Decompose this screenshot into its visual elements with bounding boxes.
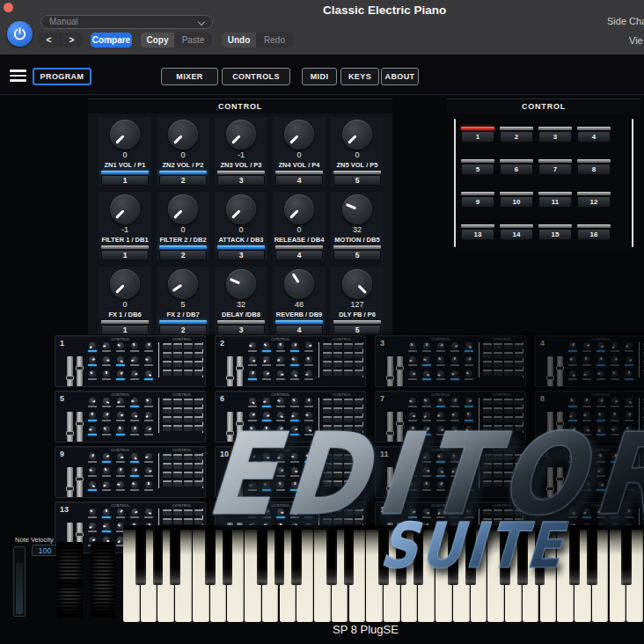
mini-button[interactable] [173, 425, 182, 431]
mini-button[interactable] [163, 352, 172, 358]
mini-knob[interactable] [451, 370, 458, 377]
preset-dropdown[interactable]: Manual [40, 15, 213, 29]
control-button[interactable]: 15 [538, 229, 572, 240]
mini-knob[interactable] [89, 523, 96, 530]
knob-assign-button[interactable]: 4 [275, 325, 323, 335]
mini-button[interactable] [173, 518, 182, 524]
mini-knob[interactable] [249, 398, 256, 405]
copy-button[interactable]: Copy [141, 33, 174, 48]
knob[interactable] [342, 269, 372, 299]
mini-knob[interactable] [263, 370, 270, 377]
knob-assign-button[interactable]: 2 [159, 325, 207, 335]
mini-button[interactable] [184, 518, 193, 524]
mini-knob[interactable] [451, 356, 458, 363]
mini-button[interactable] [344, 399, 353, 405]
mini-button[interactable] [494, 361, 502, 367]
mini-button[interactable] [184, 509, 193, 516]
knob-assign-button[interactable]: 5 [333, 250, 381, 260]
mini-knob[interactable] [465, 342, 472, 349]
knob[interactable] [110, 194, 140, 224]
mini-knob[interactable] [145, 467, 152, 474]
mini-button[interactable] [515, 352, 523, 358]
mini-button[interactable] [483, 361, 492, 367]
mini-button[interactable] [323, 352, 332, 358]
mini-knob[interactable] [611, 398, 618, 405]
mini-button[interactable] [184, 472, 193, 478]
mini-button[interactable] [483, 352, 492, 358]
next-preset-button[interactable]: > [61, 33, 83, 48]
mini-knob[interactable] [583, 398, 590, 405]
mini-button[interactable] [355, 352, 363, 358]
mini-button[interactable] [483, 399, 492, 405]
mini-knob[interactable] [249, 370, 256, 377]
menu-icon[interactable] [10, 70, 26, 84]
mini-program-panel[interactable]: 9CONTROLCONTROL [55, 446, 206, 498]
mini-fader[interactable] [77, 356, 83, 386]
mini-button[interactable] [163, 370, 172, 376]
mini-knob[interactable] [437, 398, 444, 405]
mini-button[interactable] [194, 518, 203, 524]
control-button[interactable]: 6 [500, 164, 533, 175]
mini-fader[interactable] [77, 467, 83, 497]
mini-knob[interactable] [145, 509, 152, 516]
mini-knob[interactable] [131, 412, 138, 419]
mini-knob[interactable] [103, 370, 110, 377]
mini-knob[interactable] [597, 370, 604, 377]
mini-button[interactable] [194, 472, 203, 478]
mini-fader[interactable] [397, 356, 403, 386]
mini-knob[interactable] [263, 356, 270, 363]
mini-knob[interactable] [626, 370, 633, 377]
mini-knob[interactable] [131, 342, 138, 349]
mini-button[interactable] [494, 352, 502, 358]
mini-knob[interactable] [451, 342, 458, 349]
mini-knob[interactable] [611, 342, 618, 349]
mini-button[interactable] [323, 370, 332, 376]
mini-button[interactable] [173, 370, 182, 376]
mini-button[interactable] [333, 399, 342, 405]
prev-preset-button[interactable]: < [38, 33, 60, 48]
mini-knob[interactable] [569, 342, 576, 349]
mini-knob[interactable] [626, 398, 633, 405]
mini-button[interactable] [163, 509, 172, 516]
mini-knob[interactable] [103, 453, 110, 460]
knob-assign-button[interactable]: 3 [217, 325, 265, 335]
mini-knob[interactable] [597, 398, 604, 405]
control-button[interactable]: 5 [461, 164, 494, 175]
mini-button[interactable] [194, 343, 203, 349]
mini-button[interactable] [515, 361, 523, 367]
mini-button[interactable] [483, 370, 492, 376]
mini-button[interactable] [173, 361, 182, 367]
mini-knob[interactable] [291, 356, 298, 363]
mini-knob[interactable] [626, 342, 633, 349]
tab-about[interactable]: ABOUT [381, 68, 419, 85]
knob[interactable] [284, 120, 314, 150]
mini-knob[interactable] [89, 453, 96, 460]
window-close-button[interactable] [4, 3, 13, 12]
mini-knob[interactable] [89, 398, 96, 405]
mini-button[interactable] [194, 480, 203, 487]
mini-button[interactable] [344, 352, 353, 358]
mini-knob[interactable] [131, 426, 138, 433]
mini-knob[interactable] [145, 412, 152, 419]
mini-button[interactable] [323, 343, 332, 349]
knob[interactable] [168, 120, 198, 150]
mini-knob[interactable] [263, 398, 270, 405]
mini-knob[interactable] [423, 356, 430, 363]
mini-program-panel[interactable]: 3CONTROLCONTROL [375, 335, 526, 387]
mini-button[interactable] [194, 399, 203, 405]
control-button[interactable]: 16 [577, 229, 611, 240]
mini-knob[interactable] [103, 509, 110, 516]
mini-fader[interactable] [227, 356, 233, 386]
control-button[interactable]: 3 [538, 131, 572, 143]
mini-button[interactable] [504, 343, 513, 349]
mini-knob[interactable] [145, 453, 152, 460]
control-button[interactable]: 13 [461, 229, 494, 240]
mini-button[interactable] [483, 343, 492, 349]
mini-knob[interactable] [249, 356, 256, 363]
mini-knob[interactable] [437, 370, 444, 377]
mini-button[interactable] [344, 361, 353, 367]
knob-assign-button[interactable]: 5 [333, 175, 381, 186]
mini-knob[interactable] [145, 342, 152, 349]
mini-knob[interactable] [423, 398, 430, 405]
mini-button[interactable] [163, 361, 172, 367]
